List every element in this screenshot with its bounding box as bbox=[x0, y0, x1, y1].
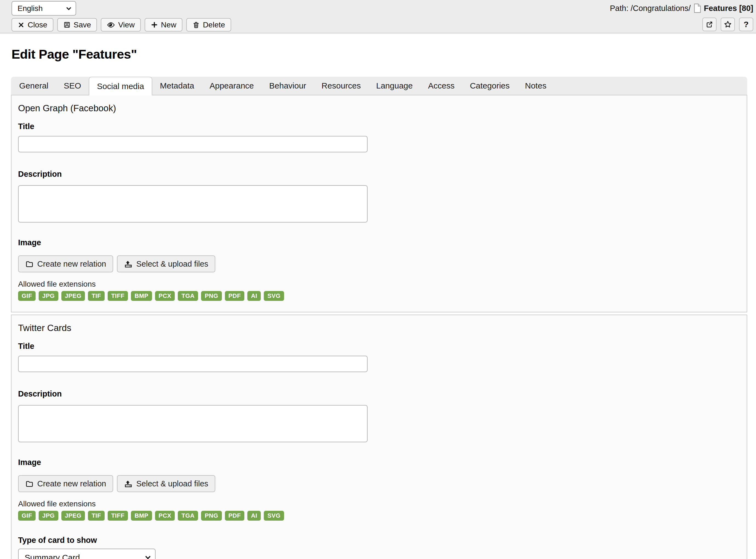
file-extension-badge: TGA bbox=[178, 291, 198, 301]
file-extension-badge: SVG bbox=[264, 291, 284, 301]
tw-allowed-extensions-badges: GIFJPGJPEGTIFTIFFBMPPCXTGAPNGPDFAISVG bbox=[18, 511, 736, 521]
new-button-label: New bbox=[161, 21, 177, 29]
file-extension-badge: BMP bbox=[131, 511, 152, 521]
og-select-upload-label: Select & upload files bbox=[136, 260, 208, 269]
page-edit-screen: { "toolbar": { "language_value": "Englis… bbox=[0, 0, 756, 559]
tw-description-label: Description bbox=[18, 389, 736, 398]
save-button-label: Save bbox=[74, 21, 91, 29]
bookmark-button[interactable] bbox=[721, 18, 735, 31]
plus-icon bbox=[151, 21, 158, 28]
tab-general[interactable]: General bbox=[12, 77, 56, 95]
tw-card-type-select[interactable]: Summary Card bbox=[18, 549, 156, 559]
og-allowed-extensions-label: Allowed file extensions bbox=[18, 280, 736, 289]
section-twitter-cards: Twitter Cards Title Description Image Cr… bbox=[11, 315, 747, 559]
language-select[interactable]: English bbox=[12, 1, 76, 16]
save-button[interactable]: Save bbox=[57, 18, 97, 31]
file-extension-badge: TGA bbox=[178, 511, 198, 521]
tab-behaviour[interactable]: Behaviour bbox=[261, 77, 314, 95]
tab-appearance[interactable]: Appearance bbox=[202, 77, 261, 95]
file-extension-badge: PNG bbox=[201, 511, 222, 521]
tw-title-input[interactable] bbox=[18, 356, 368, 372]
tab-bar: General SEO Social media Metadata Appear… bbox=[11, 77, 747, 95]
file-extension-badge: PCX bbox=[155, 511, 175, 521]
og-image-label: Image bbox=[18, 238, 736, 247]
og-create-relation-label: Create new relation bbox=[37, 260, 106, 269]
open-new-window-button[interactable] bbox=[702, 18, 716, 31]
tab-notes[interactable]: Notes bbox=[518, 77, 554, 95]
tw-create-relation-label: Create new relation bbox=[37, 479, 106, 488]
page-icon bbox=[693, 3, 701, 13]
upload-icon bbox=[124, 260, 133, 268]
og-allowed-extensions-badges: GIFJPGJPEGTIFTIFFBMPPCXTGAPNGPDFAISVG bbox=[18, 291, 736, 301]
close-button-label: Close bbox=[28, 21, 47, 29]
tw-image-actions: Create new relation Select & upload file… bbox=[18, 475, 736, 492]
og-create-relation-button[interactable]: Create new relation bbox=[18, 255, 113, 272]
path-text: Path: /Congratulations/ bbox=[610, 4, 690, 13]
file-extension-badge: TIF bbox=[88, 511, 105, 521]
file-extension-badge: PNG bbox=[201, 291, 222, 301]
file-extension-badge: PDF bbox=[225, 291, 245, 301]
page-reference-link[interactable]: Features [80] bbox=[704, 4, 753, 13]
tw-allowed-extensions-label: Allowed file extensions bbox=[18, 499, 736, 509]
tw-description-textarea[interactable] bbox=[18, 405, 368, 442]
tw-card-type-select-wrap: Summary Card bbox=[18, 549, 156, 559]
file-extension-badge: TIFF bbox=[108, 291, 128, 301]
file-extension-badge: AI bbox=[247, 511, 261, 521]
edit-form: General SEO Social media Metadata Appear… bbox=[11, 77, 747, 559]
view-button-label: View bbox=[118, 21, 135, 29]
page-title: Edit Page "Features" bbox=[12, 47, 137, 62]
tw-create-relation-button[interactable]: Create new relation bbox=[18, 475, 113, 492]
og-title-input[interactable] bbox=[18, 136, 368, 152]
tab-seo[interactable]: SEO bbox=[56, 77, 89, 95]
tw-card-type-label: Type of card to show bbox=[18, 535, 736, 545]
floppy-disk-icon bbox=[63, 21, 71, 28]
tab-access[interactable]: Access bbox=[420, 77, 462, 95]
external-link-icon bbox=[706, 21, 713, 28]
og-select-upload-button[interactable]: Select & upload files bbox=[117, 255, 215, 272]
file-extension-badge: GIF bbox=[18, 291, 36, 301]
file-extension-badge: JPEG bbox=[61, 291, 85, 301]
file-extension-badge: GIF bbox=[18, 511, 36, 521]
help-button[interactable]: ? bbox=[739, 18, 753, 31]
question-mark: ? bbox=[744, 20, 749, 29]
tw-title-label: Title bbox=[18, 341, 736, 351]
file-extension-badge: BMP bbox=[131, 291, 152, 301]
close-button[interactable]: Close bbox=[12, 18, 53, 31]
new-button[interactable]: New bbox=[145, 18, 182, 31]
file-extension-badge: SVG bbox=[264, 511, 284, 521]
toolbar-buttons: Close Save View New Delete bbox=[12, 18, 231, 31]
tab-resources[interactable]: Resources bbox=[314, 77, 368, 95]
folder-icon bbox=[25, 260, 34, 268]
og-image-actions: Create new relation Select & upload file… bbox=[18, 255, 736, 272]
top-toolbar: English Close Save View New Delete Path:… bbox=[0, 0, 756, 33]
view-button[interactable]: View bbox=[101, 18, 140, 31]
tw-select-upload-label: Select & upload files bbox=[136, 479, 208, 488]
og-title-label: Title bbox=[18, 122, 736, 131]
file-extension-badge: AI bbox=[247, 291, 261, 301]
tab-language[interactable]: Language bbox=[368, 77, 420, 95]
file-extension-badge: JPG bbox=[39, 291, 58, 301]
corner-buttons: ? bbox=[702, 18, 753, 31]
star-icon bbox=[724, 20, 732, 28]
delete-button[interactable]: Delete bbox=[186, 18, 231, 31]
folder-icon bbox=[25, 479, 34, 488]
language-select-wrap: English bbox=[12, 1, 76, 16]
file-extension-badge: TIF bbox=[88, 291, 105, 301]
file-extension-badge: TIFF bbox=[108, 511, 128, 521]
file-extension-badge: PDF bbox=[225, 511, 245, 521]
tab-categories[interactable]: Categories bbox=[462, 77, 517, 95]
file-extension-badge: PCX bbox=[155, 291, 175, 301]
tab-metadata[interactable]: Metadata bbox=[152, 77, 202, 95]
close-icon bbox=[18, 21, 25, 28]
file-extension-badge: JPG bbox=[39, 511, 58, 521]
trash-icon bbox=[192, 21, 200, 29]
upload-icon bbox=[124, 479, 133, 488]
section-heading-open-graph: Open Graph (Facebook) bbox=[18, 103, 736, 114]
delete-button-label: Delete bbox=[203, 21, 225, 29]
section-heading-twitter-cards: Twitter Cards bbox=[18, 322, 736, 334]
tw-select-upload-button[interactable]: Select & upload files bbox=[117, 475, 215, 492]
tw-image-label: Image bbox=[18, 457, 736, 467]
tab-social-media[interactable]: Social media bbox=[89, 77, 152, 95]
og-description-label: Description bbox=[18, 169, 736, 179]
og-description-textarea[interactable] bbox=[18, 185, 368, 223]
